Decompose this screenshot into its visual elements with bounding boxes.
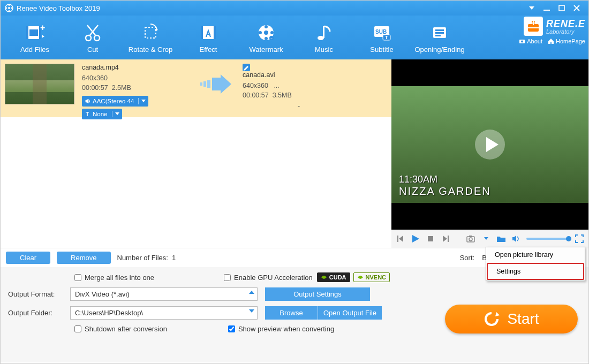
fullscreen-button[interactable] xyxy=(575,234,584,244)
brand-name: RENE.E xyxy=(546,18,585,29)
audio-track-dropdown[interactable]: AAC(Stereo 44 xyxy=(82,96,148,107)
minimize-button[interactable] xyxy=(539,3,554,13)
volume-slider[interactable] xyxy=(526,238,569,240)
shutdown-checkbox[interactable] xyxy=(74,325,81,332)
gpu-checkbox[interactable] xyxy=(224,274,231,281)
chevron-up-icon[interactable] xyxy=(249,290,254,294)
output-folder-field[interactable]: C:\Users\HP\Desktop\ xyxy=(70,306,258,320)
next-button[interactable] xyxy=(441,234,450,244)
gpu-label: Enable GPU Acceleration xyxy=(234,274,313,282)
svg-rect-27 xyxy=(323,26,324,38)
svg-rect-16 xyxy=(201,26,216,39)
start-label: Start xyxy=(507,310,539,328)
maximize-button[interactable] xyxy=(554,3,569,13)
svg-rect-38 xyxy=(528,27,539,28)
tool-watermark[interactable]: Watermark xyxy=(237,22,295,54)
open-folder-button[interactable] xyxy=(496,234,506,244)
tool-rotate-crop[interactable]: Rotate & Crop xyxy=(122,22,179,54)
brand-kit-icon xyxy=(524,17,543,36)
output-format-select[interactable]: DivX Video (*.avi) xyxy=(70,287,258,301)
volume-icon[interactable] xyxy=(511,234,521,244)
clear-button[interactable]: Clear xyxy=(6,252,50,264)
music-icon xyxy=(313,22,335,43)
chevron-down-icon[interactable] xyxy=(249,309,254,313)
svg-rect-33 xyxy=(435,29,444,31)
svg-rect-42 xyxy=(200,82,202,86)
svg-text:+: + xyxy=(40,23,45,32)
show-preview-checkbox[interactable] xyxy=(228,325,235,332)
tool-label: Opening/Ending xyxy=(414,46,464,54)
subtitle-track-dropdown[interactable]: TNone xyxy=(82,109,122,119)
preview-time-text: 11:30AM xyxy=(399,174,491,185)
svg-rect-34 xyxy=(435,32,444,34)
svg-point-14 xyxy=(94,35,100,41)
output-settings-button[interactable]: Output Settings xyxy=(265,287,370,301)
menu-open-picture-library[interactable]: Open picture library xyxy=(486,247,585,262)
dropdown-menu-button[interactable] xyxy=(524,3,539,13)
svg-rect-17 xyxy=(201,26,203,39)
menu-settings[interactable]: Settings xyxy=(487,263,584,280)
dst-duration: 00:00:57 xyxy=(243,92,269,99)
stop-button[interactable] xyxy=(426,234,435,244)
tool-opening-ending[interactable]: Opening/Ending xyxy=(411,22,469,54)
play-overlay-icon[interactable] xyxy=(474,128,506,161)
chevron-down-icon[interactable] xyxy=(112,112,122,116)
dst-res-more[interactable]: ... xyxy=(274,82,279,89)
snapshot-button[interactable] xyxy=(466,234,476,244)
sort-label: Sort: xyxy=(460,254,474,262)
opening-ending-icon xyxy=(429,22,450,43)
file-row[interactable]: canada.mp4 640x360 00:00:57 2.5MB AAC(St… xyxy=(1,59,391,117)
svg-point-13 xyxy=(86,35,91,41)
dst-filename: canada.avi xyxy=(243,71,275,79)
prev-button[interactable] xyxy=(396,234,405,244)
svg-rect-35 xyxy=(435,35,441,36)
svg-rect-49 xyxy=(448,236,449,242)
file-thumbnail xyxy=(5,64,74,104)
tool-label: Music xyxy=(315,46,333,54)
edit-icon[interactable] xyxy=(243,64,250,71)
text-icon: T xyxy=(85,111,90,117)
snapshot-dropdown[interactable] xyxy=(481,234,491,244)
cuda-badge: CUDA xyxy=(317,272,350,282)
merge-checkbox[interactable] xyxy=(74,274,81,281)
tool-add-files[interactable]: + Add Files xyxy=(6,22,64,54)
src-filename: canada.mp4 xyxy=(82,64,189,71)
snapshot-menu: Open picture library Settings xyxy=(486,247,585,281)
open-output-file-button[interactable]: Open Output File xyxy=(318,306,382,320)
chevron-down-icon[interactable] xyxy=(139,100,148,103)
start-button[interactable]: Start xyxy=(445,305,578,333)
dst-size: 3.5MB xyxy=(273,92,292,99)
tool-effect[interactable]: Effect xyxy=(179,22,237,54)
bottom-panel: Merge all files into one Enable GPU Acce… xyxy=(1,267,588,362)
svg-point-23 xyxy=(265,37,268,40)
add-files-icon: + xyxy=(24,22,46,43)
preview-video[interactable]: 11:30AM NIZZA GARDEN xyxy=(391,59,588,230)
remove-button[interactable]: Remove xyxy=(57,252,110,264)
tool-subtitle[interactable]: SUBT Subtitle xyxy=(353,22,411,54)
about-link[interactable]: About xyxy=(519,38,542,44)
svg-point-4 xyxy=(9,10,10,12)
tool-label: Effect xyxy=(199,46,217,54)
svg-point-22 xyxy=(270,31,274,34)
subtitle-icon: SUBT xyxy=(371,22,392,43)
shutdown-label: Shutdown after conversion xyxy=(85,325,167,333)
src-resolution: 640x360 xyxy=(82,74,189,82)
svg-rect-43 xyxy=(203,81,206,87)
browse-button[interactable]: Browse xyxy=(265,306,318,320)
svg-rect-52 xyxy=(469,236,472,237)
close-button[interactable] xyxy=(569,3,584,13)
speaker-icon xyxy=(85,98,90,104)
homepage-link[interactable]: HomePage xyxy=(548,38,585,44)
tool-music[interactable]: Music xyxy=(295,22,353,54)
effect-icon xyxy=(198,22,219,43)
play-button[interactable] xyxy=(411,234,420,244)
tool-cut[interactable]: Cut xyxy=(64,22,122,54)
tool-label: Watermark xyxy=(249,46,283,54)
file-list: canada.mp4 640x360 00:00:57 2.5MB AAC(St… xyxy=(1,59,391,248)
tool-label: Rotate & Crop xyxy=(129,46,172,54)
svg-point-2 xyxy=(9,4,10,6)
audio-track-label: AAC(Stereo 44 xyxy=(93,98,134,104)
nvenc-badge: NVENC xyxy=(353,272,390,282)
svg-rect-9 xyxy=(26,26,28,39)
svg-rect-48 xyxy=(428,236,433,241)
